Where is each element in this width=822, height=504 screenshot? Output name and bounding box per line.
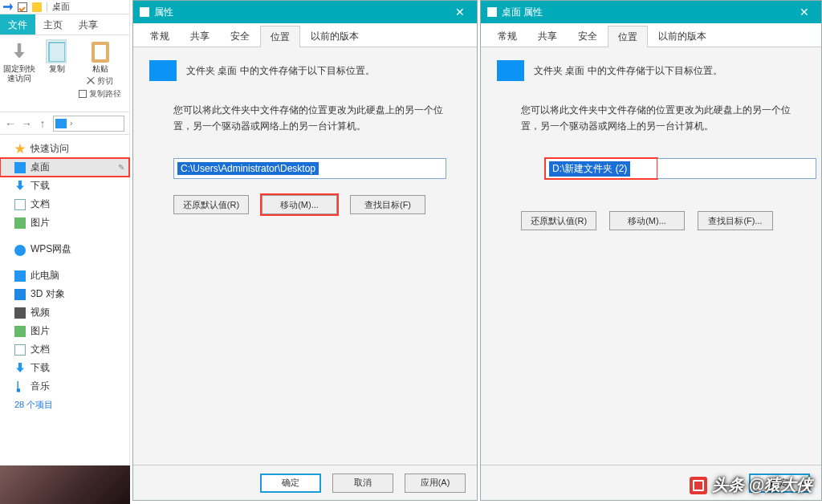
document-icon	[14, 199, 26, 210]
tab-security[interactable]: 安全	[220, 25, 260, 47]
file-explorer: 桌面 文件 主页 共享 固定到快速访问 复制 粘贴 剪切 复制路径 ← → ↑ …	[0, 0, 130, 465]
separator	[47, 2, 47, 12]
dialog1-path-input[interactable]: C:\Users\Administrator\Desktop	[173, 158, 446, 179]
dialog-icon	[140, 7, 149, 17]
cut-row[interactable]: 剪切	[87, 75, 113, 87]
tree-pictures-2[interactable]: 图片	[0, 322, 129, 340]
pin-icon	[10, 43, 28, 61]
nav-arrow-icon[interactable]	[3, 2, 13, 12]
folder-icon[interactable]	[32, 2, 42, 12]
dialog2-body: 文件夹 桌面 中的文件存储于以下目标位置。 您可以将此文件夹中文件存储的位置更改…	[481, 47, 821, 465]
tab-general[interactable]: 常规	[140, 25, 180, 47]
dialog2-titlebar[interactable]: 桌面 属性 ✕	[481, 1, 821, 23]
find-target-button[interactable]: 查找目标(F)	[350, 195, 425, 214]
cube-icon	[14, 289, 26, 300]
dialog1-heading: 文件夹 桌面 中的文件存储于以下目标位置。	[186, 64, 375, 78]
picture-icon	[14, 217, 26, 229]
video-icon	[14, 307, 26, 319]
pin-mark-icon: ✎	[118, 163, 124, 172]
dialog2-path-extended[interactable]	[657, 158, 816, 179]
dialog1-title: 属性	[154, 6, 173, 19]
pc-icon	[14, 270, 26, 282]
dialog2-heading: 文件夹 桌面 中的文件存储于以下目标位置。	[534, 64, 722, 78]
nav-tree: 快速访问 桌面✎ 下载 文档 图片 WPS网盘 此电脑 3D 对象 视频 图片 …	[0, 135, 129, 416]
properties-dialog-2: 桌面 属性 ✕ 常规 共享 安全 位置 以前的版本 文件夹 桌面 中的文件存储于…	[480, 0, 822, 501]
tree-music[interactable]: 音乐	[0, 377, 129, 396]
music-icon	[14, 381, 26, 392]
bottom-thumbnail	[0, 465, 130, 504]
tree-desktop[interactable]: 桌面✎	[0, 158, 129, 177]
cancel-button[interactable]: 取消	[332, 474, 393, 493]
tree-3d-objects[interactable]: 3D 对象	[0, 285, 129, 303]
paste-label: 粘贴	[92, 64, 108, 74]
copypath-icon	[79, 90, 87, 98]
tab-location[interactable]: 位置	[608, 26, 648, 47]
paste-icon	[92, 42, 109, 63]
ribbon-copy[interactable]: 复制	[45, 40, 69, 110]
cloud-icon	[14, 245, 26, 256]
location-icon	[55, 119, 67, 128]
ok-button[interactable]: 确定	[260, 474, 321, 493]
desktop-icon	[14, 162, 26, 173]
tab-location[interactable]: 位置	[260, 26, 300, 47]
restore-default-button[interactable]: 还原默认值(R)	[173, 195, 249, 214]
download-icon	[14, 363, 26, 374]
copy-icon	[48, 42, 66, 63]
dialog2-tabs: 常规 共享 安全 位置 以前的版本	[481, 23, 821, 47]
tree-documents[interactable]: 文档	[0, 195, 129, 213]
tree-this-pc[interactable]: 此电脑	[0, 266, 129, 285]
tree-downloads-2[interactable]: 下载	[0, 359, 129, 377]
dialog2-description: 您可以将此文件夹中文件存储的位置更改为此硬盘上的另一个位置，另一个驱动器或网络上…	[521, 102, 794, 134]
folder-large-icon	[497, 60, 524, 81]
tree-wps-cloud[interactable]: WPS网盘	[0, 240, 129, 258]
tab-general[interactable]: 常规	[487, 25, 527, 47]
tree-documents-2[interactable]: 文档	[0, 340, 129, 359]
tab-share[interactable]: 共享	[71, 14, 106, 35]
forward-button[interactable]: →	[21, 117, 32, 130]
copypath-row[interactable]: 复制路径	[79, 88, 121, 100]
move-button[interactable]: 移动(M)...	[609, 211, 685, 230]
tab-share[interactable]: 共享	[527, 25, 568, 47]
back-button[interactable]: ←	[5, 117, 16, 130]
ribbon-body: 固定到快速访问 复制 粘贴 剪切 复制路径	[0, 35, 129, 112]
close-button[interactable]: ✕	[787, 1, 821, 23]
up-button[interactable]: ↑	[37, 117, 48, 130]
watermark-logo-icon	[690, 477, 707, 494]
properties-dialog-1: 属性 ✕ 常规 共享 安全 位置 以前的版本 文件夹 桌面 中的文件存储于以下目…	[132, 0, 478, 501]
dialog2-path-input[interactable]: D:\新建文件夹 (2)	[545, 158, 657, 179]
tab-file[interactable]: 文件	[0, 14, 35, 35]
dialog1-path-value: C:\Users\Administrator\Desktop	[177, 162, 319, 175]
watermark-text: 头条 @猿大侠	[712, 474, 812, 496]
dialog1-titlebar[interactable]: 属性 ✕	[133, 1, 477, 23]
ribbon-pin[interactable]: 固定到快速访问	[3, 40, 35, 110]
address-bar: ← → ↑ ›	[0, 112, 129, 135]
dialog1-body: 文件夹 桌面 中的文件存储于以下目标位置。 您可以将此文件夹中文件存储的位置更改…	[133, 47, 477, 465]
checkbox-icon[interactable]	[18, 2, 27, 12]
tree-videos[interactable]: 视频	[0, 303, 129, 322]
window-title: 桌面	[52, 1, 70, 13]
chevron-right-icon: ›	[70, 119, 72, 128]
ribbon-paste[interactable]: 粘贴 剪切 复制路径	[79, 40, 121, 110]
restore-default-button[interactable]: 还原默认值(R)	[521, 211, 596, 230]
address-field[interactable]: ›	[53, 116, 124, 132]
apply-button[interactable]: 应用(A)	[405, 474, 466, 493]
folder-large-icon	[149, 60, 177, 81]
move-button[interactable]: 移动(M)...	[262, 195, 337, 214]
dialog1-heading-row: 文件夹 桌面 中的文件存储于以下目标位置。	[149, 60, 461, 81]
tab-share[interactable]: 共享	[180, 25, 220, 47]
tab-home[interactable]: 主页	[35, 14, 71, 35]
close-button[interactable]: ✕	[443, 1, 477, 23]
tab-previous[interactable]: 以前的版本	[300, 25, 369, 47]
tab-previous[interactable]: 以前的版本	[648, 25, 717, 47]
dialog1-footer: 确定 取消 应用(A)	[133, 465, 477, 500]
picture-icon	[14, 326, 26, 337]
tree-quick-access[interactable]: 快速访问	[0, 140, 129, 158]
tree-pictures[interactable]: 图片	[0, 213, 129, 232]
find-target-button[interactable]: 查找目标(F)...	[698, 211, 773, 230]
tree-downloads[interactable]: 下载	[0, 177, 129, 195]
star-icon	[14, 144, 26, 155]
dialog1-tabs: 常规 共享 安全 位置 以前的版本	[133, 23, 477, 47]
tab-security[interactable]: 安全	[568, 25, 608, 47]
dialog2-heading-row: 文件夹 桌面 中的文件存储于以下目标位置。	[497, 60, 805, 81]
ribbon-tabs: 文件 主页 共享	[0, 14, 129, 35]
